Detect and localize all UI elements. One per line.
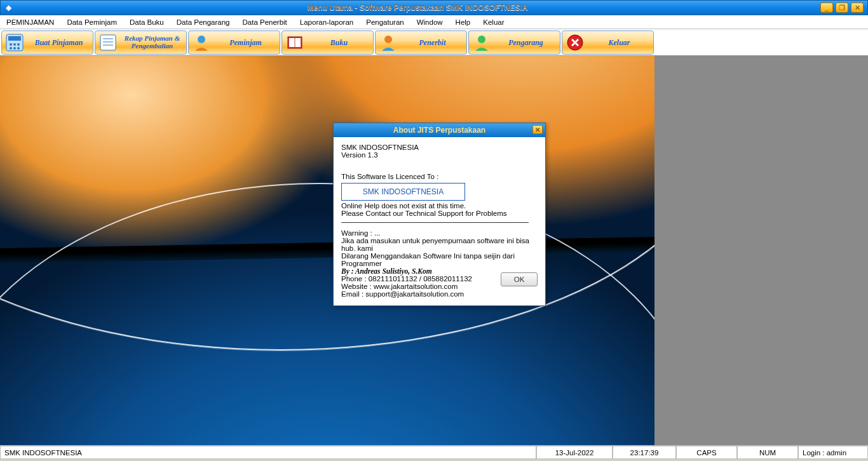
toolbar-label: Penerbit	[401, 39, 464, 47]
svg-point-3	[13, 43, 16, 46]
svg-point-4	[17, 43, 20, 46]
license-label: This Software Is Licenced To :	[341, 173, 538, 180]
publisher-icon	[378, 32, 398, 53]
window-titlebar: ◆ Menu Utama - Software Perpustakaan SMK…	[0, 0, 868, 15]
toolbar-buku[interactable]: Buku	[281, 30, 374, 55]
minimize-button[interactable]: _	[820, 3, 833, 13]
toolbar: Buat Pinjaman Rekap Pinjaman & Pengembal…	[0, 29, 868, 56]
menu-laporan[interactable]: Laporan-laporan	[296, 17, 357, 27]
window-title: Menu Utama - Software Perpustakaan SMK I…	[15, 3, 820, 12]
toolbar-keluar[interactable]: Keluar	[562, 30, 654, 55]
about-note1: Jika ada masukan untuk penyempurnaan sof…	[341, 237, 538, 252]
menu-data-penerbit[interactable]: Data Penerbit	[239, 17, 291, 27]
menu-keluar[interactable]: Keluar	[479, 17, 508, 27]
workspace-gray-area	[654, 56, 868, 445]
toolbar-label: Keluar	[588, 39, 651, 47]
toolbar-penerbit[interactable]: Penerbit	[375, 30, 467, 55]
toolbar-label: Buat Pinjaman	[27, 39, 90, 47]
status-date: 13-Jul-2022	[536, 446, 613, 459]
svg-point-17	[478, 36, 485, 43]
about-help-line1: Online Help does not exist at this time.	[341, 202, 538, 210]
svg-point-7	[17, 47, 20, 50]
toolbar-rekap[interactable]: Rekap Pinjaman & Pengembalian	[95, 30, 187, 55]
dialog-titlebar[interactable]: About JITS Perpustakaan ✕	[334, 123, 545, 137]
maximize-button[interactable]: ❐	[836, 3, 848, 13]
about-note2: Dilarang Menggandakan Software Ini tanpa…	[341, 252, 538, 267]
svg-point-2	[10, 43, 12, 46]
toolbar-label: Buku	[308, 39, 370, 47]
mdi-workspace: About JITS Perpustakaan ✕ SMK INDOSOFTNE…	[0, 56, 868, 445]
status-caps: CAPS	[676, 446, 737, 459]
status-time: 23:17:39	[613, 446, 676, 459]
dialog-divider	[341, 222, 529, 223]
toolbar-label: Pengarang	[494, 39, 557, 47]
close-button[interactable]: ✕	[851, 3, 864, 13]
statusbar: SMK INDOSOFTNESIA 13-Jul-2022 23:17:39 C…	[0, 445, 868, 459]
about-email: Email : support@jakartaitsolution.com	[341, 290, 538, 298]
toolbar-peminjam[interactable]: Peminjam	[188, 30, 280, 55]
status-org: SMK INDOSOFTNESIA	[0, 446, 536, 459]
book-icon	[285, 32, 305, 53]
ok-button[interactable]: OK	[501, 272, 538, 286]
menu-peminjaman[interactable]: PEMINJAMAN	[3, 17, 58, 27]
svg-rect-1	[8, 36, 21, 41]
close-icon	[565, 32, 585, 53]
calculator-icon	[4, 32, 25, 53]
license-to: SMK INDOSOFTNESIA	[363, 187, 444, 196]
app-icon: ◆	[2, 1, 15, 14]
about-help-line2: Please Contact our Technical Support for…	[341, 210, 538, 217]
menu-data-pengarang[interactable]: Data Pengarang	[173, 17, 234, 27]
menu-data-peminjam[interactable]: Data Peminjam	[63, 17, 121, 27]
svg-point-12	[198, 36, 205, 43]
svg-point-5	[10, 47, 12, 50]
author-icon	[471, 32, 492, 53]
status-num: NUM	[737, 446, 798, 459]
menu-window[interactable]: Window	[413, 17, 447, 27]
about-dialog: About JITS Perpustakaan ✕ SMK INDOSOFTNE…	[333, 123, 546, 306]
dialog-body: SMK INDOSOFTNESIA Version 1.3 This Softw…	[334, 137, 545, 305]
menubar: PEMINJAMAN Data Peminjam Data Buku Data …	[0, 15, 868, 29]
menu-help[interactable]: Help	[452, 17, 475, 27]
svg-point-6	[13, 47, 16, 50]
svg-rect-8	[100, 35, 116, 50]
about-warning: Warning : ...	[341, 229, 538, 237]
license-box: SMK INDOSOFTNESIA	[341, 183, 465, 201]
person-icon	[191, 32, 212, 53]
about-org: SMK INDOSOFTNESIA	[341, 144, 538, 151]
status-login: Login : admin	[798, 446, 868, 459]
menu-pengaturan[interactable]: Pengaturan	[362, 17, 407, 27]
dialog-close-button[interactable]: ✕	[532, 125, 543, 134]
ledger-icon	[98, 32, 118, 53]
toolbar-label: Rekap Pinjaman & Pengembalian	[121, 35, 184, 50]
about-version: Version 1.3	[341, 151, 538, 159]
toolbar-buat-pinjaman[interactable]: Buat Pinjaman	[1, 30, 93, 55]
background-image	[0, 56, 654, 445]
menu-data-buku[interactable]: Data Buku	[126, 17, 168, 27]
dialog-title-text: About JITS Perpustakaan	[393, 126, 485, 135]
toolbar-label: Peminjam	[214, 39, 277, 47]
toolbar-pengarang[interactable]: Pengarang	[468, 30, 560, 55]
svg-point-16	[384, 36, 392, 43]
